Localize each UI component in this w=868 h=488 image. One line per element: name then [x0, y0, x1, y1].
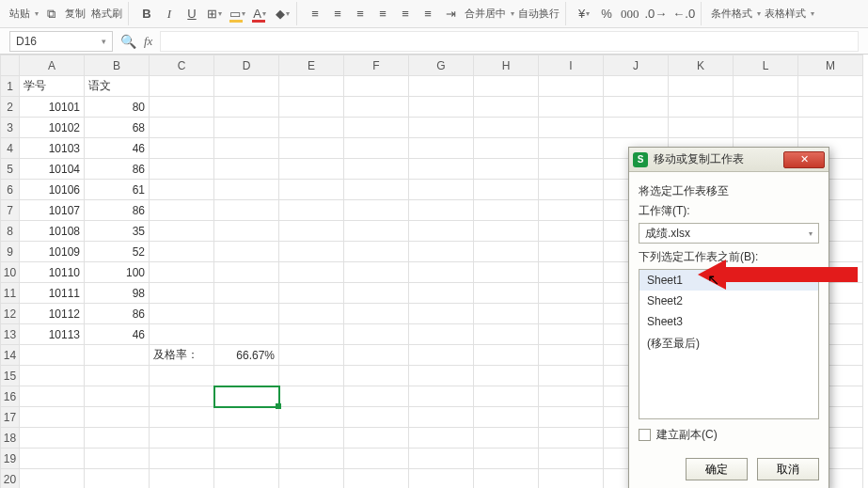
cell-I5[interactable]	[539, 159, 604, 180]
select-all-corner[interactable]	[1, 55, 20, 76]
col-head-B[interactable]: B	[85, 55, 150, 76]
cell-E9[interactable]	[279, 242, 344, 262]
cell-B1[interactable]: 语文	[85, 76, 150, 97]
fx-icon[interactable]: fx	[144, 34, 152, 49]
cell-G6[interactable]	[409, 180, 474, 200]
cell-D20[interactable]	[214, 469, 279, 489]
name-box[interactable]: D16 ▾	[9, 31, 113, 52]
increase-decimal-button[interactable]: .0→	[643, 4, 670, 24]
cell-G3[interactable]	[409, 118, 474, 138]
cell-H16[interactable]	[474, 386, 539, 407]
row-head-3[interactable]: 3	[1, 118, 20, 138]
borders-button[interactable]: ⊞▾	[204, 4, 225, 24]
cell-E20[interactable]	[279, 469, 344, 489]
sheet-list-item[interactable]: Sheet2	[639, 291, 818, 311]
comma-button[interactable]: 000	[619, 4, 641, 24]
cell-G8[interactable]	[409, 221, 474, 242]
col-head-E[interactable]: E	[279, 55, 344, 76]
cell-G4[interactable]	[409, 138, 474, 159]
cell-G5[interactable]	[409, 159, 474, 180]
cell-H9[interactable]	[474, 242, 539, 262]
cell-I1[interactable]	[539, 76, 604, 97]
chevron-down-icon[interactable]: ▾	[102, 37, 106, 46]
cell-C19[interactable]	[150, 449, 214, 469]
col-head-D[interactable]: D	[214, 55, 279, 76]
cell-B15[interactable]	[85, 366, 150, 386]
cell-K3[interactable]	[669, 118, 734, 138]
cell-B8[interactable]: 35	[85, 221, 150, 242]
cell-C5[interactable]	[150, 159, 214, 180]
cell-J3[interactable]	[604, 118, 669, 138]
fill-color-button[interactable]: ▭▾	[227, 4, 247, 24]
cell-B7[interactable]: 86	[85, 200, 150, 221]
cell-C20[interactable]	[150, 469, 214, 489]
cell-G20[interactable]	[409, 469, 474, 489]
cell-D17[interactable]	[214, 407, 279, 428]
cell-C9[interactable]	[150, 242, 214, 262]
cell-C1[interactable]	[150, 76, 214, 97]
cell-A20[interactable]	[20, 469, 85, 489]
cell-I9[interactable]	[539, 242, 604, 262]
row-head-17[interactable]: 17	[1, 407, 20, 428]
dialog-titlebar[interactable]: S 移动或复制工作表 ✕	[629, 148, 829, 172]
percent-button[interactable]: %	[596, 4, 617, 24]
cell-H8[interactable]	[474, 221, 539, 242]
cell-H20[interactable]	[474, 469, 539, 489]
cell-A1[interactable]: 学号	[20, 76, 85, 97]
cell-B2[interactable]: 80	[85, 97, 150, 118]
cell-I19[interactable]	[539, 449, 604, 469]
cancel-button[interactable]: 取消	[757, 458, 819, 480]
cell-B12[interactable]: 86	[85, 304, 150, 324]
align-top-button[interactable]: ≡	[305, 4, 325, 24]
cell-F17[interactable]	[344, 407, 409, 428]
cell-A10[interactable]: 10110	[20, 262, 85, 283]
row-head-14[interactable]: 14	[1, 345, 20, 366]
cell-G14[interactable]	[409, 345, 474, 366]
cell-F10[interactable]	[344, 262, 409, 283]
italic-button[interactable]: I	[159, 4, 180, 24]
cell-L2[interactable]	[734, 97, 798, 118]
cell-H7[interactable]	[474, 200, 539, 221]
cell-A16[interactable]	[20, 386, 85, 407]
cell-D19[interactable]	[214, 449, 279, 469]
cell-A11[interactable]: 10111	[20, 283, 85, 304]
cell-E18[interactable]	[279, 428, 344, 449]
cell-I11[interactable]	[539, 283, 604, 304]
cell-B4[interactable]: 46	[85, 138, 150, 159]
align-bot-button[interactable]: ≡	[350, 4, 371, 24]
copy-button[interactable]: 复制	[63, 7, 87, 21]
col-head-C[interactable]: C	[150, 55, 214, 76]
cell-G15[interactable]	[409, 366, 474, 386]
cell-C6[interactable]	[150, 180, 214, 200]
row-head-20[interactable]: 20	[1, 469, 20, 489]
cell-H10[interactable]	[474, 262, 539, 283]
formula-input[interactable]	[160, 31, 859, 52]
cell-A14[interactable]	[20, 345, 85, 366]
cell-A19[interactable]	[20, 449, 85, 469]
align-right-button[interactable]: ≡	[418, 4, 438, 24]
cell-F11[interactable]	[344, 283, 409, 304]
align-mid-button[interactable]: ≡	[327, 4, 348, 24]
col-head-I[interactable]: I	[539, 55, 604, 76]
bold-button[interactable]: B	[136, 4, 157, 24]
cell-D6[interactable]	[214, 180, 279, 200]
col-head-L[interactable]: L	[734, 55, 798, 76]
cell-B20[interactable]	[85, 469, 150, 489]
cell-B13[interactable]: 46	[85, 324, 150, 345]
cell-J1[interactable]	[604, 76, 669, 97]
conditional-format-button[interactable]: 条件格式	[709, 7, 754, 21]
cell-E15[interactable]	[279, 366, 344, 386]
cell-H2[interactable]	[474, 97, 539, 118]
cell-G12[interactable]	[409, 304, 474, 324]
cell-B3[interactable]: 68	[85, 118, 150, 138]
row-head-2[interactable]: 2	[1, 97, 20, 118]
cell-G1[interactable]	[409, 76, 474, 97]
cell-F1[interactable]	[344, 76, 409, 97]
row-head-9[interactable]: 9	[1, 242, 20, 262]
cell-H14[interactable]	[474, 345, 539, 366]
cell-F6[interactable]	[344, 180, 409, 200]
cell-M1[interactable]	[798, 76, 863, 97]
cell-I17[interactable]	[539, 407, 604, 428]
cell-M3[interactable]	[798, 118, 863, 138]
cell-J2[interactable]	[604, 97, 669, 118]
